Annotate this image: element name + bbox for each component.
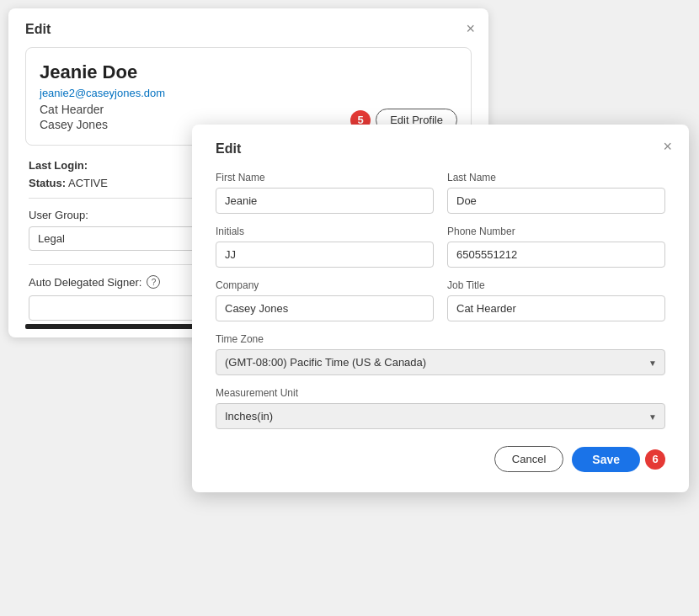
measurement-select-wrapper: Inches(in) Centimeters(cm) xyxy=(216,403,665,429)
phone-input[interactable] xyxy=(447,242,665,268)
timezone-select[interactable]: (GMT-08:00) Pacific Time (US & Canada) (… xyxy=(216,349,665,375)
first-name-input[interactable] xyxy=(216,188,434,214)
help-icon[interactable]: ? xyxy=(147,275,160,289)
company-label: Company xyxy=(216,279,434,291)
name-row: First Name Last Name xyxy=(216,172,665,214)
timezone-select-wrapper: (GMT-08:00) Pacific Time (US & Canada) (… xyxy=(216,349,665,375)
save-badge: 6 xyxy=(645,449,665,470)
job-title-input[interactable] xyxy=(447,295,665,321)
company-input[interactable] xyxy=(216,295,434,321)
initials-input[interactable] xyxy=(216,242,434,268)
timezone-row: Time Zone (GMT-08:00) Pacific Time (US &… xyxy=(216,333,665,375)
save-button[interactable]: Save xyxy=(572,447,640,472)
job-title-group: Job Title xyxy=(447,279,665,321)
fg-close-button[interactable]: × xyxy=(663,138,672,156)
save-btn-wrap: Save 6 xyxy=(572,447,665,472)
last-name-group: Last Name xyxy=(447,172,665,214)
company-group: Company xyxy=(216,279,434,321)
measurement-group: Measurement Unit Inches(in) Centimeters(… xyxy=(216,387,665,429)
cancel-button[interactable]: Cancel xyxy=(494,446,563,472)
initials-group: Initials xyxy=(216,226,434,268)
phone-group: Phone Number xyxy=(447,226,665,268)
profile-name: Jeanie Doe xyxy=(40,61,457,83)
timezone-label: Time Zone xyxy=(216,333,665,345)
first-name-group: First Name xyxy=(216,172,434,214)
measurement-label: Measurement Unit xyxy=(216,387,665,399)
user-group-value: Legal xyxy=(29,226,197,251)
measurement-row: Measurement Unit Inches(in) Centimeters(… xyxy=(216,387,665,429)
initials-label: Initials xyxy=(216,226,434,237)
measurement-select[interactable]: Inches(in) Centimeters(cm) xyxy=(216,403,665,429)
bg-panel-title: Edit xyxy=(25,22,472,37)
phone-label: Phone Number xyxy=(447,226,665,237)
auto-delegated-label: Auto Delegated Signer: xyxy=(29,276,141,289)
job-title-label: Job Title xyxy=(447,279,665,291)
timezone-group: Time Zone (GMT-08:00) Pacific Time (US &… xyxy=(216,333,665,375)
fg-panel-title: Edit xyxy=(216,141,665,157)
bg-close-button[interactable]: × xyxy=(466,20,475,38)
first-name-label: First Name xyxy=(216,172,434,183)
profile-email: jeanie2@caseyjones.dom xyxy=(40,87,457,99)
auto-delegated-input[interactable] xyxy=(29,295,197,321)
form-footer: Cancel Save 6 xyxy=(216,446,665,472)
initials-phone-row: Initials Phone Number xyxy=(216,226,665,268)
last-name-input[interactable] xyxy=(447,188,665,214)
last-name-label: Last Name xyxy=(447,172,665,183)
foreground-edit-panel: Edit × First Name Last Name Initials Pho… xyxy=(192,125,689,492)
company-jobtitle-row: Company Job Title xyxy=(216,279,665,321)
